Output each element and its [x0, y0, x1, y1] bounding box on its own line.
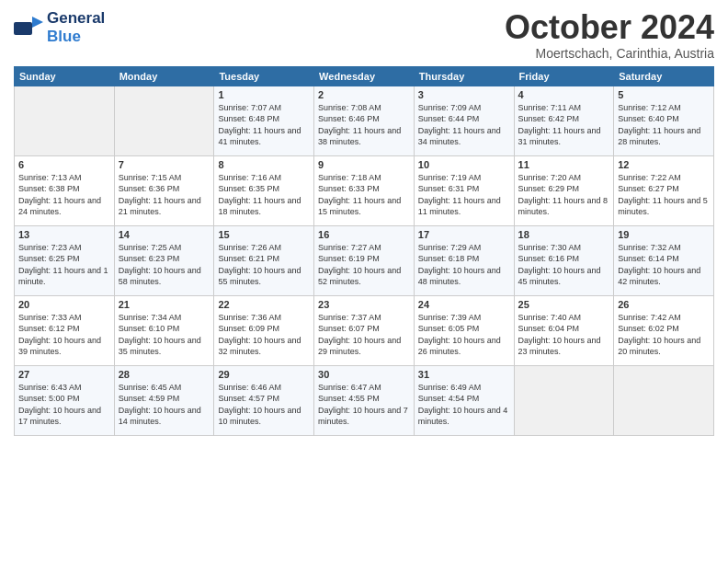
calendar-header-wednesday: Wednesday [314, 66, 415, 86]
calendar-cell: 22Sunrise: 7:36 AMSunset: 6:09 PMDayligh… [214, 295, 314, 365]
calendar-cell: 17Sunrise: 7:29 AMSunset: 6:18 PMDayligh… [414, 225, 514, 295]
title-block: October 2024 Moertschach, Carinthia, Aus… [505, 9, 714, 61]
calendar-header-friday: Friday [514, 66, 614, 86]
day-info: Sunrise: 7:12 AMSunset: 6:40 PMDaylight:… [618, 102, 710, 148]
day-info: Sunrise: 7:34 AMSunset: 6:10 PMDaylight:… [119, 312, 210, 358]
calendar-cell: 5Sunrise: 7:12 AMSunset: 6:40 PMDaylight… [614, 86, 714, 155]
calendar-cell: 29Sunrise: 6:46 AMSunset: 4:57 PMDayligh… [214, 365, 314, 435]
day-number: 12 [618, 159, 710, 170]
day-number: 23 [318, 299, 410, 310]
calendar-cell: 11Sunrise: 7:20 AMSunset: 6:29 PMDayligh… [514, 155, 614, 225]
calendar-cell: 16Sunrise: 7:27 AMSunset: 6:19 PMDayligh… [314, 225, 415, 295]
day-info: Sunrise: 7:26 AMSunset: 6:21 PMDaylight:… [218, 242, 310, 288]
day-info: Sunrise: 6:47 AMSunset: 4:55 PMDaylight:… [318, 382, 410, 428]
calendar-cell: 21Sunrise: 7:34 AMSunset: 6:10 PMDayligh… [114, 295, 214, 365]
calendar-week-row: 6Sunrise: 7:13 AMSunset: 6:38 PMDaylight… [15, 155, 714, 225]
calendar-cell [614, 365, 714, 435]
day-info: Sunrise: 6:46 AMSunset: 4:57 PMDaylight:… [218, 382, 310, 428]
calendar-cell: 25Sunrise: 7:40 AMSunset: 6:04 PMDayligh… [514, 295, 614, 365]
day-number: 6 [18, 159, 110, 170]
day-info: Sunrise: 7:29 AMSunset: 6:18 PMDaylight:… [418, 242, 510, 288]
calendar-header-row: SundayMondayTuesdayWednesdayThursdayFrid… [15, 66, 714, 86]
logo-icon [14, 15, 43, 40]
calendar-cell [114, 86, 214, 155]
calendar-cell: 1Sunrise: 7:07 AMSunset: 6:48 PMDaylight… [214, 86, 314, 155]
day-number: 13 [18, 229, 110, 240]
day-info: Sunrise: 7:13 AMSunset: 6:38 PMDaylight:… [18, 172, 110, 218]
day-number: 11 [518, 159, 610, 170]
day-number: 1 [218, 89, 310, 100]
calendar-body: 1Sunrise: 7:07 AMSunset: 6:48 PMDaylight… [15, 86, 714, 435]
day-number: 14 [119, 229, 210, 240]
calendar-header-tuesday: Tuesday [214, 66, 314, 86]
day-number: 30 [318, 369, 410, 380]
day-number: 21 [119, 299, 210, 310]
day-number: 26 [618, 299, 710, 310]
day-number: 10 [418, 159, 510, 170]
day-info: Sunrise: 7:08 AMSunset: 6:46 PMDaylight:… [318, 102, 410, 148]
calendar-cell: 30Sunrise: 6:47 AMSunset: 4:55 PMDayligh… [314, 365, 415, 435]
calendar-header-sunday: Sunday [15, 66, 115, 86]
day-info: Sunrise: 7:19 AMSunset: 6:31 PMDaylight:… [418, 172, 510, 218]
day-number: 22 [218, 299, 310, 310]
day-number: 20 [18, 299, 110, 310]
calendar-cell [15, 86, 115, 155]
calendar-cell: 3Sunrise: 7:09 AMSunset: 6:44 PMDaylight… [414, 86, 514, 155]
day-number: 24 [418, 299, 510, 310]
day-info: Sunrise: 7:18 AMSunset: 6:33 PMDaylight:… [318, 172, 410, 218]
calendar-header-thursday: Thursday [414, 66, 514, 86]
day-info: Sunrise: 7:23 AMSunset: 6:25 PMDaylight:… [18, 242, 110, 288]
day-info: Sunrise: 7:30 AMSunset: 6:16 PMDaylight:… [518, 242, 610, 288]
day-number: 16 [318, 229, 410, 240]
calendar-cell: 28Sunrise: 6:45 AMSunset: 4:59 PMDayligh… [114, 365, 214, 435]
page-header: General Blue October 2024 Moertschach, C… [14, 9, 714, 61]
day-info: Sunrise: 7:27 AMSunset: 6:19 PMDaylight:… [318, 242, 410, 288]
day-number: 9 [318, 159, 410, 170]
calendar-cell: 15Sunrise: 7:26 AMSunset: 6:21 PMDayligh… [214, 225, 314, 295]
calendar-table: SundayMondayTuesdayWednesdayThursdayFrid… [14, 66, 714, 436]
calendar-header-saturday: Saturday [614, 66, 714, 86]
day-number: 25 [518, 299, 610, 310]
day-number: 5 [618, 89, 710, 100]
location: Moertschach, Carinthia, Austria [505, 46, 714, 61]
day-number: 19 [618, 229, 710, 240]
calendar-cell: 4Sunrise: 7:11 AMSunset: 6:42 PMDaylight… [514, 86, 614, 155]
day-info: Sunrise: 7:37 AMSunset: 6:07 PMDaylight:… [318, 312, 410, 358]
calendar-cell: 8Sunrise: 7:16 AMSunset: 6:35 PMDaylight… [214, 155, 314, 225]
day-info: Sunrise: 7:15 AMSunset: 6:36 PMDaylight:… [119, 172, 210, 218]
day-info: Sunrise: 6:45 AMSunset: 4:59 PMDaylight:… [119, 382, 210, 428]
calendar-cell: 27Sunrise: 6:43 AMSunset: 5:00 PMDayligh… [15, 365, 115, 435]
calendar-week-row: 20Sunrise: 7:33 AMSunset: 6:12 PMDayligh… [15, 295, 714, 365]
day-number: 29 [218, 369, 310, 380]
logo-blue: Blue [47, 28, 81, 45]
calendar-week-row: 13Sunrise: 7:23 AMSunset: 6:25 PMDayligh… [15, 225, 714, 295]
day-number: 15 [218, 229, 310, 240]
day-number: 3 [418, 89, 510, 100]
svg-marker-1 [32, 17, 43, 28]
day-info: Sunrise: 7:11 AMSunset: 6:42 PMDaylight:… [518, 102, 610, 148]
month-title: October 2024 [505, 9, 714, 46]
calendar-week-row: 1Sunrise: 7:07 AMSunset: 6:48 PMDaylight… [15, 86, 714, 155]
day-number: 7 [119, 159, 210, 170]
calendar-week-row: 27Sunrise: 6:43 AMSunset: 5:00 PMDayligh… [15, 365, 714, 435]
day-info: Sunrise: 7:36 AMSunset: 6:09 PMDaylight:… [218, 312, 310, 358]
day-number: 27 [18, 369, 110, 380]
day-info: Sunrise: 7:42 AMSunset: 6:02 PMDaylight:… [618, 312, 710, 358]
day-info: Sunrise: 7:32 AMSunset: 6:14 PMDaylight:… [618, 242, 710, 288]
day-info: Sunrise: 7:33 AMSunset: 6:12 PMDaylight:… [18, 312, 110, 358]
calendar-cell: 13Sunrise: 7:23 AMSunset: 6:25 PMDayligh… [15, 225, 115, 295]
calendar-cell: 7Sunrise: 7:15 AMSunset: 6:36 PMDaylight… [114, 155, 214, 225]
calendar-cell: 20Sunrise: 7:33 AMSunset: 6:12 PMDayligh… [15, 295, 115, 365]
day-number: 4 [518, 89, 610, 100]
day-number: 18 [518, 229, 610, 240]
calendar-cell: 24Sunrise: 7:39 AMSunset: 6:05 PMDayligh… [414, 295, 514, 365]
logo: General Blue [14, 9, 105, 46]
calendar-page: General Blue October 2024 Moertschach, C… [0, 0, 728, 563]
day-info: Sunrise: 7:25 AMSunset: 6:23 PMDaylight:… [119, 242, 210, 288]
day-info: Sunrise: 7:20 AMSunset: 6:29 PMDaylight:… [518, 172, 610, 218]
calendar-cell: 9Sunrise: 7:18 AMSunset: 6:33 PMDaylight… [314, 155, 415, 225]
day-info: Sunrise: 7:07 AMSunset: 6:48 PMDaylight:… [218, 102, 310, 148]
calendar-cell: 18Sunrise: 7:30 AMSunset: 6:16 PMDayligh… [514, 225, 614, 295]
calendar-cell: 6Sunrise: 7:13 AMSunset: 6:38 PMDaylight… [15, 155, 115, 225]
calendar-cell [514, 365, 614, 435]
